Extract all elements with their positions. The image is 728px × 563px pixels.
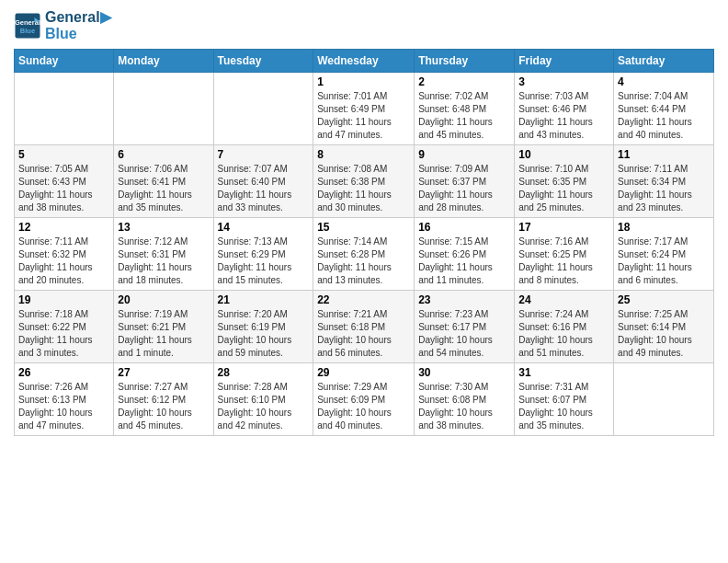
day-number: 21	[218, 293, 310, 306]
calendar-cell: 7Sunrise: 7:07 AM Sunset: 6:40 PM Daylig…	[213, 145, 313, 218]
day-info: Sunrise: 7:26 AM Sunset: 6:13 PM Dayligh…	[18, 381, 109, 432]
svg-text:Blue: Blue	[20, 26, 35, 34]
calendar-cell: 17Sunrise: 7:16 AM Sunset: 6:25 PM Dayli…	[515, 218, 614, 291]
calendar-cell: 21Sunrise: 7:20 AM Sunset: 6:19 PM Dayli…	[213, 291, 313, 363]
calendar-cell: 14Sunrise: 7:13 AM Sunset: 6:29 PM Dayli…	[213, 218, 313, 291]
weekday-header: Thursday	[415, 50, 515, 73]
weekday-header: Monday	[114, 50, 213, 73]
day-info: Sunrise: 7:07 AM Sunset: 6:40 PM Dayligh…	[218, 163, 310, 214]
day-number: 9	[418, 148, 510, 161]
calendar-cell: 9Sunrise: 7:09 AM Sunset: 6:37 PM Daylig…	[415, 145, 515, 218]
calendar-week-row: 26Sunrise: 7:26 AM Sunset: 6:13 PM Dayli…	[15, 363, 714, 436]
day-info: Sunrise: 7:29 AM Sunset: 6:09 PM Dayligh…	[317, 381, 410, 432]
day-info: Sunrise: 7:13 AM Sunset: 6:29 PM Dayligh…	[218, 236, 310, 287]
day-number: 19	[18, 293, 109, 306]
day-number: 17	[518, 221, 609, 234]
day-number: 16	[418, 221, 510, 234]
calendar-cell	[213, 73, 313, 145]
calendar-cell	[614, 363, 714, 436]
day-number: 15	[317, 221, 410, 234]
day-info: Sunrise: 7:08 AM Sunset: 6:38 PM Dayligh…	[317, 163, 410, 214]
day-number: 26	[18, 366, 109, 379]
calendar-cell: 1Sunrise: 7:01 AM Sunset: 6:49 PM Daylig…	[313, 73, 415, 145]
day-number: 14	[218, 221, 310, 234]
calendar-cell	[15, 73, 114, 145]
day-number: 5	[18, 148, 109, 161]
day-info: Sunrise: 7:20 AM Sunset: 6:19 PM Dayligh…	[218, 308, 310, 360]
day-info: Sunrise: 7:05 AM Sunset: 6:43 PM Dayligh…	[18, 163, 109, 214]
day-info: Sunrise: 7:02 AM Sunset: 6:48 PM Dayligh…	[418, 90, 510, 142]
calendar-cell: 13Sunrise: 7:12 AM Sunset: 6:31 PM Dayli…	[114, 218, 213, 291]
calendar-cell: 22Sunrise: 7:21 AM Sunset: 6:18 PM Dayli…	[313, 291, 415, 363]
calendar-cell: 18Sunrise: 7:17 AM Sunset: 6:24 PM Dayli…	[614, 218, 714, 291]
day-info: Sunrise: 7:23 AM Sunset: 6:17 PM Dayligh…	[418, 308, 510, 360]
day-number: 11	[618, 148, 710, 161]
logo-icon: General Blue	[14, 12, 41, 40]
calendar-cell: 23Sunrise: 7:23 AM Sunset: 6:17 PM Dayli…	[415, 291, 515, 363]
calendar-cell: 12Sunrise: 7:11 AM Sunset: 6:32 PM Dayli…	[15, 218, 114, 291]
day-number: 7	[218, 148, 310, 161]
day-number: 6	[118, 148, 209, 161]
calendar-cell: 4Sunrise: 7:04 AM Sunset: 6:44 PM Daylig…	[614, 73, 714, 145]
calendar-cell: 19Sunrise: 7:18 AM Sunset: 6:22 PM Dayli…	[15, 291, 114, 363]
day-number: 23	[418, 293, 510, 306]
logo: General Blue General▶ Blue	[14, 9, 111, 41]
day-number: 31	[518, 366, 609, 379]
day-info: Sunrise: 7:11 AM Sunset: 6:32 PM Dayligh…	[18, 236, 109, 287]
calendar-cell: 30Sunrise: 7:30 AM Sunset: 6:08 PM Dayli…	[415, 363, 515, 436]
calendar-cell: 15Sunrise: 7:14 AM Sunset: 6:28 PM Dayli…	[313, 218, 415, 291]
logo-text: General▶	[45, 9, 111, 26]
day-info: Sunrise: 7:06 AM Sunset: 6:41 PM Dayligh…	[118, 163, 209, 214]
calendar-week-row: 19Sunrise: 7:18 AM Sunset: 6:22 PM Dayli…	[15, 291, 714, 363]
day-info: Sunrise: 7:09 AM Sunset: 6:37 PM Dayligh…	[418, 163, 510, 214]
calendar-cell: 3Sunrise: 7:03 AM Sunset: 6:46 PM Daylig…	[515, 73, 614, 145]
calendar-cell: 31Sunrise: 7:31 AM Sunset: 6:07 PM Dayli…	[515, 363, 614, 436]
calendar-cell: 28Sunrise: 7:28 AM Sunset: 6:10 PM Dayli…	[213, 363, 313, 436]
day-number: 3	[518, 75, 609, 88]
day-number: 30	[418, 366, 510, 379]
day-number: 25	[618, 293, 710, 306]
calendar-week-row: 5Sunrise: 7:05 AM Sunset: 6:43 PM Daylig…	[15, 145, 714, 218]
calendar-cell: 29Sunrise: 7:29 AM Sunset: 6:09 PM Dayli…	[313, 363, 415, 436]
day-number: 4	[618, 75, 710, 88]
day-info: Sunrise: 7:15 AM Sunset: 6:26 PM Dayligh…	[418, 236, 510, 287]
day-info: Sunrise: 7:24 AM Sunset: 6:16 PM Dayligh…	[518, 308, 609, 360]
day-info: Sunrise: 7:18 AM Sunset: 6:22 PM Dayligh…	[18, 308, 109, 360]
calendar-cell: 11Sunrise: 7:11 AM Sunset: 6:34 PM Dayli…	[614, 145, 714, 218]
weekday-header: Sunday	[15, 50, 114, 73]
header-row: SundayMondayTuesdayWednesdayThursdayFrid…	[15, 50, 714, 73]
calendar-week-row: 12Sunrise: 7:11 AM Sunset: 6:32 PM Dayli…	[15, 218, 714, 291]
weekday-header: Saturday	[614, 50, 714, 73]
calendar-cell: 2Sunrise: 7:02 AM Sunset: 6:48 PM Daylig…	[415, 73, 515, 145]
day-info: Sunrise: 7:03 AM Sunset: 6:46 PM Dayligh…	[518, 90, 609, 142]
day-info: Sunrise: 7:01 AM Sunset: 6:49 PM Dayligh…	[317, 90, 410, 142]
weekday-header: Friday	[515, 50, 614, 73]
calendar-week-row: 1Sunrise: 7:01 AM Sunset: 6:49 PM Daylig…	[15, 73, 714, 145]
calendar-cell: 20Sunrise: 7:19 AM Sunset: 6:21 PM Dayli…	[114, 291, 213, 363]
day-number: 27	[118, 366, 209, 379]
header: General Blue General▶ Blue	[14, 9, 714, 41]
day-info: Sunrise: 7:31 AM Sunset: 6:07 PM Dayligh…	[518, 381, 609, 432]
day-info: Sunrise: 7:19 AM Sunset: 6:21 PM Dayligh…	[118, 308, 209, 360]
day-info: Sunrise: 7:10 AM Sunset: 6:35 PM Dayligh…	[518, 163, 609, 214]
day-info: Sunrise: 7:21 AM Sunset: 6:18 PM Dayligh…	[317, 308, 410, 360]
day-info: Sunrise: 7:14 AM Sunset: 6:28 PM Dayligh…	[317, 236, 410, 287]
calendar-cell: 8Sunrise: 7:08 AM Sunset: 6:38 PM Daylig…	[313, 145, 415, 218]
day-number: 13	[118, 221, 209, 234]
day-number: 8	[317, 148, 410, 161]
day-number: 28	[218, 366, 310, 379]
calendar-cell	[114, 73, 213, 145]
calendar-cell: 10Sunrise: 7:10 AM Sunset: 6:35 PM Dayli…	[515, 145, 614, 218]
day-info: Sunrise: 7:28 AM Sunset: 6:10 PM Dayligh…	[218, 381, 310, 432]
day-info: Sunrise: 7:25 AM Sunset: 6:14 PM Dayligh…	[618, 308, 710, 360]
calendar-cell: 5Sunrise: 7:05 AM Sunset: 6:43 PM Daylig…	[15, 145, 114, 218]
calendar-table: SundayMondayTuesdayWednesdayThursdayFrid…	[14, 49, 714, 436]
day-number: 22	[317, 293, 410, 306]
weekday-header: Wednesday	[313, 50, 415, 73]
day-info: Sunrise: 7:11 AM Sunset: 6:34 PM Dayligh…	[618, 163, 710, 214]
weekday-header: Tuesday	[213, 50, 313, 73]
day-number: 24	[518, 293, 609, 306]
logo-subtext: Blue	[45, 26, 111, 42]
day-info: Sunrise: 7:17 AM Sunset: 6:24 PM Dayligh…	[618, 236, 710, 287]
calendar-cell: 24Sunrise: 7:24 AM Sunset: 6:16 PM Dayli…	[515, 291, 614, 363]
